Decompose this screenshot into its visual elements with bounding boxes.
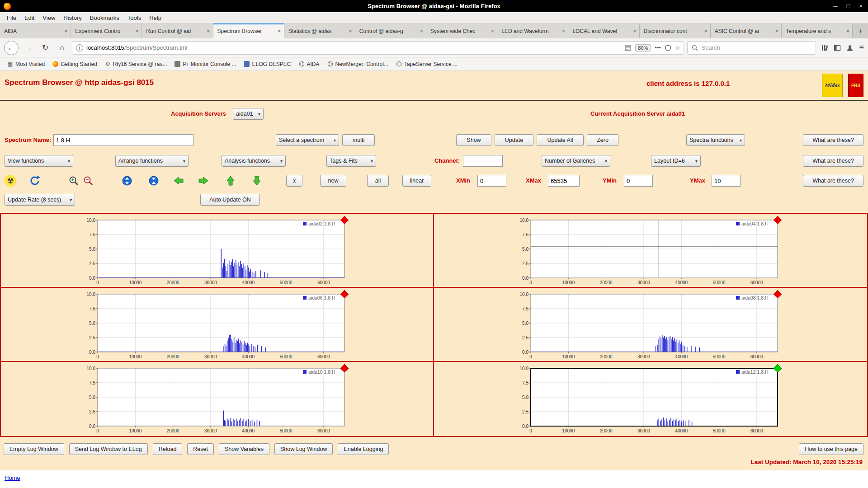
tab-11[interactable]: ASIC Control @ ai× (711, 23, 782, 38)
what-are-these-button-2[interactable]: What are these? (803, 155, 863, 167)
gallery-cell-aida02[interactable]: 01000020000300004000050000600000.02.55.0… (1, 214, 434, 288)
tab-close-icon[interactable]: × (349, 28, 352, 34)
multi-button[interactable]: multi (342, 134, 375, 146)
linear-button[interactable]: linear (402, 175, 431, 187)
xmax-input[interactable] (548, 175, 580, 187)
bookmark-aida[interactable]: AIDA (296, 60, 323, 69)
tab-4[interactable]: Spectrum Browser× (213, 23, 284, 38)
analysis-functions-dropdown[interactable]: Analysis functions▾ (222, 155, 286, 167)
arrange-functions-dropdown[interactable]: Arrange functions▾ (115, 155, 189, 167)
gallery-cell-aida04[interactable]: 01000020000300004000050000600000.02.55.0… (434, 214, 867, 288)
arrow-up-icon[interactable] (225, 175, 236, 187)
zoom-out-icon[interactable] (82, 175, 94, 187)
tab-close-icon[interactable]: × (491, 28, 495, 34)
x-button[interactable]: x (286, 175, 302, 187)
update-rate-dropdown[interactable]: Update Rate (8 secs)▾ (5, 194, 75, 206)
expand-y-icon[interactable] (121, 175, 133, 187)
arrow-left-icon[interactable] (173, 175, 184, 187)
tab-close-icon[interactable]: × (420, 28, 423, 34)
tab-8[interactable]: LED and Waveform× (497, 23, 568, 38)
menu-tools[interactable]: Tools (123, 13, 145, 23)
search-bar[interactable]: Search (687, 41, 816, 55)
sidebar-toggle-icon[interactable] (834, 44, 841, 52)
bookmark-pi-monitor-console[interactable]: Pi_Monitor Console ... (171, 60, 239, 69)
compress-y-icon[interactable] (148, 175, 160, 187)
what-are-these-button-1[interactable]: What are these? (803, 134, 863, 146)
bookmark-most-visited[interactable]: ▦Most Visited (4, 60, 48, 69)
library-icon[interactable] (821, 44, 828, 52)
home-button[interactable]: ⌂ (55, 41, 69, 55)
how-to-use-button[interactable]: How to use this page (799, 443, 863, 455)
reset-button[interactable]: Reset (187, 443, 214, 455)
reload-button[interactable]: Reload (153, 443, 183, 455)
account-icon[interactable] (846, 44, 854, 52)
tab-close-icon[interactable]: × (562, 28, 566, 34)
acquisition-server-select[interactable]: aida01▾ (233, 108, 264, 120)
all-button[interactable]: all (367, 175, 389, 187)
update-all-button[interactable]: Update All (537, 134, 584, 146)
arrow-right-icon[interactable] (198, 175, 209, 187)
new-button[interactable]: new (320, 175, 346, 187)
tab-close-icon[interactable]: × (278, 28, 281, 34)
what-are-these-button-3[interactable]: What are these? (803, 175, 863, 187)
send-log-window-to-elog-button[interactable]: Send Log Window to ELog (69, 443, 148, 455)
spectra-functions-dropdown[interactable]: Spectra functions▾ (686, 134, 745, 146)
bookmark-elog-despec[interactable]: ELOG DESPEC (241, 60, 294, 69)
tab-close-icon[interactable]: × (775, 28, 778, 34)
close-button[interactable]: × (859, 3, 863, 9)
tab-5[interactable]: Statistics @ aidas× (284, 23, 355, 38)
gallery-cell-aida06[interactable]: 01000020000300004000050000600000.02.55.0… (1, 288, 434, 362)
tab-9[interactable]: LOCAL and Wavef× (568, 23, 639, 38)
reader-mode-icon[interactable] (625, 45, 631, 51)
tab-close-icon[interactable]: × (136, 28, 139, 34)
home-link[interactable]: Home (5, 474, 20, 481)
show-button[interactable]: Show (456, 134, 491, 146)
tab-7[interactable]: System wide Chec× (426, 23, 497, 38)
forward-button[interactable]: → (22, 41, 35, 55)
tab-1[interactable]: AIDA× (0, 23, 71, 38)
show-log-window-button[interactable]: Show Log Window (274, 443, 333, 455)
tab-2[interactable]: Experiment Contro× (71, 23, 142, 38)
tab-6[interactable]: Control @ aidas-g× (355, 23, 426, 38)
tab-close-icon[interactable]: × (846, 28, 849, 34)
tab-12[interactable]: Temperature and s× (782, 23, 853, 38)
select-spectrum-dropdown[interactable]: Select a spectrum▾ (276, 134, 339, 146)
menu-history[interactable]: History (59, 13, 85, 23)
xmin-input[interactable] (477, 175, 506, 187)
zoom-level-indicator[interactable]: 80% (635, 44, 651, 52)
shield-icon[interactable] (665, 45, 671, 51)
bookmark-tapeserver-service[interactable]: TapeServer Service ... (393, 60, 461, 69)
minimize-button[interactable]: ─ (833, 3, 837, 9)
refresh-icon[interactable] (29, 175, 41, 187)
arrow-down-icon[interactable] (251, 175, 263, 187)
tab-10[interactable]: Discriminator cont× (640, 23, 711, 38)
bookmark-newmerger-control[interactable]: NewMerger: Control... (324, 60, 392, 69)
tab-close-icon[interactable]: × (704, 28, 708, 34)
update-button[interactable]: Update (495, 134, 533, 146)
tab-close-icon[interactable]: × (633, 28, 637, 34)
layout-id-dropdown[interactable]: Layout ID=6▾ (651, 155, 701, 167)
menu-view[interactable]: View (38, 13, 59, 23)
page-actions-icon[interactable]: ••• (655, 44, 661, 51)
gallery-cell-aida10[interactable]: 01000020000300004000050000600000.02.55.0… (1, 362, 434, 436)
spectrum-name-input[interactable] (53, 134, 193, 146)
bookmark-star-icon[interactable]: ☆ (675, 44, 680, 51)
back-button[interactable]: ← (4, 41, 19, 55)
show-variables-button[interactable]: Show Variables (219, 443, 269, 455)
tags-fits-dropdown[interactable]: Tags & Fits▾ (326, 155, 376, 167)
site-info-icon[interactable]: i (76, 44, 83, 52)
menu-hamburger-icon[interactable]: ≡ (859, 43, 864, 52)
zoom-in-icon[interactable] (68, 175, 80, 187)
menu-edit[interactable]: Edit (20, 13, 38, 23)
radiation-icon[interactable]: ☢ (5, 175, 16, 187)
view-functions-dropdown[interactable]: View functions▾ (5, 155, 73, 167)
ymax-input[interactable] (712, 175, 741, 187)
new-tab-button[interactable]: + (853, 23, 868, 38)
bookmark-getting-started[interactable]: Getting Started (49, 60, 100, 69)
auto-update-button[interactable]: Auto Update ON (200, 194, 260, 206)
gallery-cell-aida12[interactable]: 01000020000300004000050000600000.02.55.0… (434, 362, 867, 436)
reload-button[interactable]: ↻ (38, 41, 52, 55)
zero-button[interactable]: Zero (587, 134, 618, 146)
empty-log-window-button[interactable]: Empty Log Window (4, 443, 64, 455)
url-bar[interactable]: i localhost:8015/Spectrum/Spectrum.tml 8… (72, 41, 684, 55)
